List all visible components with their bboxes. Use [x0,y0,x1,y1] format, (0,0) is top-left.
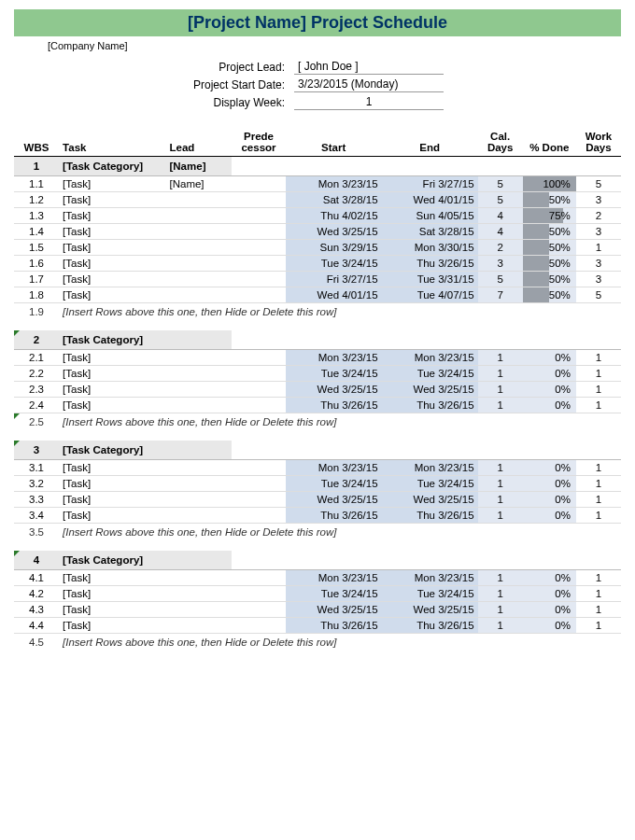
task-row[interactable]: 4.2[Task]Tue 3/24/15Tue 3/24/1510%1 [14,586,621,602]
project-lead-value[interactable]: [ John Doe ] [294,59,444,75]
cell-lead [165,398,232,413]
cell-start: Sat 3/28/15 [286,192,382,208]
cell-work: 1 [576,350,621,366]
cell-work: 1 [576,460,621,476]
cell-pred [232,570,285,586]
cell-cal: 1 [478,618,523,634]
cell-lead [165,240,232,256]
insert-msg: [Insert Rows above this one, then Hide o… [59,524,621,544]
cell-pred [232,192,285,208]
category-row[interactable]: 3[Task Category] [14,441,621,460]
task-row[interactable]: 4.1[Task]Mon 3/23/15Mon 3/23/1510%1 [14,570,621,586]
cell-lead [165,350,232,366]
cell-end: Tue 3/24/15 [382,476,478,492]
cell-done: 0% [523,382,576,398]
insert-wbs: 2.5 [14,413,59,434]
cell-task: [Task] [59,382,165,398]
cell-cal: 3 [478,256,523,272]
cell-end: Mon 3/30/15 [382,240,478,256]
cell-done: 0% [523,618,576,634]
task-row[interactable]: 1.2[Task]Sat 3/28/15Wed 4/01/15550%3 [14,192,621,208]
task-row[interactable]: 3.1[Task]Mon 3/23/15Mon 3/23/1510%1 [14,460,621,476]
cell-work: 1 [576,398,621,413]
cell-task: [Task] [59,586,165,602]
task-row[interactable]: 2.3[Task]Wed 3/25/15Wed 3/25/1510%1 [14,382,621,398]
cell-work: 5 [576,287,621,303]
cell-done: 50% [523,272,576,287]
cell-work: 1 [576,602,621,618]
task-row[interactable]: 1.7[Task]Fri 3/27/15Tue 3/31/15550%3 [14,272,621,287]
cell-done: 0% [523,570,576,586]
cell-cal: 5 [478,176,523,192]
cell-task: [Task] [59,366,165,382]
cell-cal: 1 [478,492,523,508]
cell-start: Fri 3/27/15 [286,272,382,287]
cell-end: Fri 3/27/15 [382,176,478,192]
task-row[interactable]: 4.3[Task]Wed 3/25/15Wed 3/25/1510%1 [14,602,621,618]
cell-task: [Task] [59,272,165,287]
category-row[interactable]: 1[Task Category][Name] [14,157,621,176]
category-row[interactable]: 4[Task Category] [14,551,621,570]
cell-start: Thu 4/02/15 [286,208,382,224]
cell-wbs: 2.3 [14,382,59,398]
task-row[interactable]: 2.1[Task]Mon 3/23/15Mon 3/23/1510%1 [14,350,621,366]
cat-name: [Task Category] [59,441,165,460]
task-row[interactable]: 1.4[Task]Wed 3/25/15Sat 3/28/15450%3 [14,224,621,240]
cell-wbs: 4.2 [14,586,59,602]
cell-wbs: 3.1 [14,460,59,476]
start-date-value[interactable]: 3/23/2015 (Monday) [294,77,444,92]
cell-start: Wed 3/25/15 [286,492,382,508]
cell-task: [Task] [59,460,165,476]
cell-wbs: 2.2 [14,366,59,382]
cell-task: [Task] [59,492,165,508]
cat-wbs: 1 [14,157,59,176]
cell-pred [232,366,285,382]
display-week-value[interactable]: 1 [294,94,444,110]
cell-start: Wed 3/25/15 [286,224,382,240]
category-row[interactable]: 2[Task Category] [14,330,621,350]
cell-start: Tue 3/24/15 [286,366,382,382]
cell-wbs: 1.6 [14,256,59,272]
cell-wbs: 1.8 [14,287,59,303]
cell-end: Tue 3/31/15 [382,272,478,287]
task-row[interactable]: 4.4[Task]Thu 3/26/15Thu 3/26/1510%1 [14,618,621,634]
cell-wbs: 2.1 [14,350,59,366]
cell-wbs: 1.4 [14,224,59,240]
task-row[interactable]: 1.3[Task]Thu 4/02/15Sun 4/05/15475%2 [14,208,621,224]
task-row[interactable]: 3.3[Task]Wed 3/25/15Wed 3/25/1510%1 [14,492,621,508]
task-row[interactable]: 1.8[Task]Wed 4/01/15Tue 4/07/15750%5 [14,287,621,303]
cell-start: Wed 4/01/15 [286,287,382,303]
cell-lead [165,382,232,398]
task-row[interactable]: 3.2[Task]Tue 3/24/15Tue 3/24/1510%1 [14,476,621,492]
cell-task: [Task] [59,476,165,492]
cell-done: 50% [523,287,576,303]
cell-start: Sun 3/29/15 [286,240,382,256]
task-row[interactable]: 1.1[Task][Name]Mon 3/23/15Fri 3/27/15510… [14,176,621,192]
cell-start: Mon 3/23/15 [286,570,382,586]
insert-wbs: 3.5 [14,524,59,544]
cell-cal: 1 [478,476,523,492]
cell-cal: 4 [478,208,523,224]
cell-end: Mon 3/23/15 [382,350,478,366]
schedule-table: WBS Task Lead Prede cessor Start End Cal… [14,129,621,661]
cell-lead [165,272,232,287]
task-row[interactable]: 1.6[Task]Tue 3/24/15Thu 3/26/15350%3 [14,256,621,272]
cell-pred [232,208,285,224]
cell-lead [165,256,232,272]
header-task: Task [59,129,165,157]
cell-wbs: 3.3 [14,492,59,508]
cell-end: Wed 3/25/15 [382,492,478,508]
cell-task: [Task] [59,287,165,303]
cell-lead [165,192,232,208]
task-row[interactable]: 2.4[Task]Thu 3/26/15Thu 3/26/1510%1 [14,398,621,413]
cell-end: Tue 3/24/15 [382,586,478,602]
task-row[interactable]: 2.2[Task]Tue 3/24/15Tue 3/24/1510%1 [14,366,621,382]
cell-lead [165,208,232,224]
task-row[interactable]: 3.4[Task]Thu 3/26/15Thu 3/26/1510%1 [14,508,621,524]
cell-lead [165,618,232,634]
task-row[interactable]: 1.5[Task]Sun 3/29/15Mon 3/30/15250%1 [14,240,621,256]
cell-work: 1 [576,382,621,398]
cell-start: Thu 3/26/15 [286,508,382,524]
cell-start: Mon 3/23/15 [286,176,382,192]
cell-pred [232,476,285,492]
